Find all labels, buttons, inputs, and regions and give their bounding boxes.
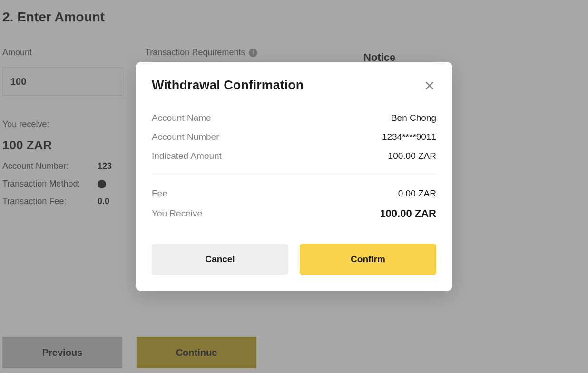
close-icon: [424, 80, 435, 91]
indicated-amount-label: Indicated Amount: [152, 151, 222, 161]
modal-row-you-receive: You Receive 100.00 ZAR: [152, 207, 436, 220]
cancel-button[interactable]: Cancel: [152, 244, 288, 275]
modal-header: Withdrawal Confirmation: [152, 78, 436, 93]
account-name-label: Account Name: [152, 113, 211, 123]
withdrawal-confirmation-modal: Withdrawal Confirmation Account Name Ben…: [136, 62, 452, 291]
modal-account-number-label: Account Number: [152, 132, 219, 142]
modal-title: Withdrawal Confirmation: [152, 78, 304, 93]
modal-row-indicated-amount: Indicated Amount 100.00 ZAR: [152, 151, 436, 161]
modal-account-number-value: 1234****9011: [382, 132, 436, 142]
modal-row-account-number: Account Number 1234****9011: [152, 132, 436, 142]
indicated-amount-value: 100.00 ZAR: [388, 151, 436, 161]
confirm-button[interactable]: Confirm: [300, 244, 436, 275]
fee-value: 0.00 ZAR: [398, 188, 436, 199]
modal-you-receive-value: 100.00 ZAR: [380, 207, 436, 220]
modal-you-receive-label: You Receive: [152, 208, 202, 219]
modal-overlay: Withdrawal Confirmation Account Name Ben…: [0, 0, 588, 373]
modal-row-account-name: Account Name Ben Chong: [152, 113, 436, 123]
modal-row-fee: Fee 0.00 ZAR: [152, 188, 436, 199]
modal-divider: [152, 174, 436, 174]
account-name-value: Ben Chong: [391, 113, 436, 123]
fee-label: Fee: [152, 188, 167, 199]
close-button[interactable]: [423, 79, 436, 92]
modal-buttons: Cancel Confirm: [152, 244, 436, 275]
